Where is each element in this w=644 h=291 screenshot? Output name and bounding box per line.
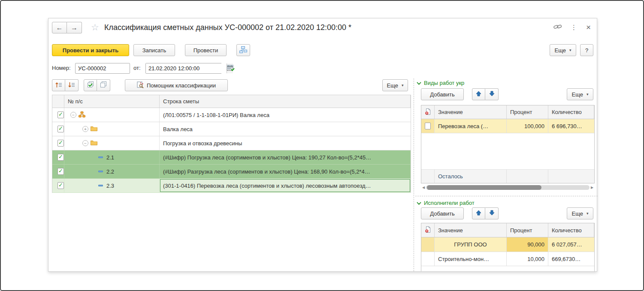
tree-more-button[interactable]: Еще▾ (382, 79, 408, 91)
work-types-header-row: Значение Процент Количество (421, 105, 594, 119)
chevron-down-icon: ▾ (587, 92, 589, 96)
quantity-cell[interactable]: 6 027,057… (548, 237, 594, 252)
expand-icon[interactable]: + (82, 126, 88, 132)
executor-row[interactable]: Строительно-мон… 10,000 669,6730… (421, 252, 594, 266)
quantity-cell[interactable]: 6 696,730… (548, 119, 594, 133)
tree-row-2-2[interactable]: ✓ 2.2 (#Шифр) Разгрузка леса (сортименто… (52, 165, 411, 179)
delete-mark-column-header[interactable] (421, 223, 435, 237)
estimate-line-cell[interactable]: (Л01:00575 / 1-1-108-1-01РИ) Валка леса (160, 108, 411, 122)
close-icon[interactable]: × (586, 24, 591, 30)
checkbox-column-header[interactable] (52, 95, 64, 108)
scroll-left-icon[interactable]: ◀ (421, 186, 426, 189)
number-field[interactable] (75, 63, 130, 74)
move-down-button[interactable] (65, 79, 79, 91)
tree-header-row: № п/с Строка сметы (52, 95, 411, 108)
tree-row-group-1[interactable]: ✓ + Валка леса (52, 122, 411, 136)
post-button[interactable]: Провести (185, 44, 227, 56)
executors-more-button[interactable]: Еще▾ (567, 207, 593, 219)
estimate-line-cell[interactable]: Валка леса (160, 122, 411, 136)
percent-column-header[interactable]: Процент (507, 105, 548, 119)
work-type-row[interactable]: Перевозка леса (… 100,000 6 696,730… (421, 119, 594, 133)
percent-cell-selected[interactable]: 90,000 (507, 237, 548, 252)
collapse-icon[interactable]: − (82, 140, 88, 146)
back-arrow-icon: ← (56, 24, 63, 32)
work-types-panel-title[interactable]: Виды работ укр (417, 80, 464, 86)
post-and-close-button[interactable]: Провести и закрыть (52, 44, 129, 56)
row-checkbox[interactable]: ✓ (57, 126, 64, 132)
tree-row-group-2[interactable]: ✓ − Погрузка и отвозка древесины (52, 136, 411, 150)
estimate-line-cell[interactable]: Погрузка и отвозка древесины (160, 136, 411, 150)
row-checkbox[interactable]: ✓ (57, 140, 64, 147)
uncheck-all-button[interactable] (97, 79, 110, 91)
quantity-column-header[interactable]: Количество (548, 223, 594, 237)
row-checkbox[interactable]: ✓ (57, 154, 64, 161)
row-checkbox[interactable]: ✓ (57, 182, 64, 189)
section-chevron-icon (417, 200, 421, 206)
num-column-header[interactable]: № п/с (64, 95, 160, 108)
history-nav: ← → (52, 22, 82, 33)
quantity-column-header[interactable]: Количество (548, 105, 594, 119)
horizontal-scrollbar[interactable]: ◀ ▶ (421, 185, 595, 190)
collapse-icon[interactable]: − (70, 112, 76, 118)
row-number: 2.1 (106, 154, 114, 161)
percent-cell[interactable]: 100,000 (507, 119, 548, 133)
row-checkbox[interactable] (425, 123, 431, 129)
vertical-splitter[interactable] (414, 78, 414, 271)
register-records-icon[interactable] (227, 65, 235, 72)
line-column-header[interactable]: Строка сметы (160, 95, 411, 108)
favorite-star-icon[interactable]: ☆ (91, 22, 99, 33)
item-dash-icon (98, 185, 103, 186)
date-field[interactable] (146, 63, 227, 73)
estimate-line-cell[interactable]: (#Шифр) Разгрузка леса (сортиментов и хл… (160, 165, 411, 178)
footer-label: Осталось (435, 170, 507, 183)
estimate-line-cell[interactable]: (#Шифр) Погрузка леса (сортиментов и хлы… (160, 150, 411, 164)
scrollbar-thumb[interactable] (427, 185, 541, 190)
table-empty-area (421, 133, 594, 169)
scroll-right-icon[interactable]: ▶ (590, 186, 595, 189)
arrow-down-icon (489, 210, 495, 217)
delete-mark-column-header[interactable] (421, 105, 435, 119)
row-down-button[interactable] (485, 207, 499, 219)
estimate-line-cell-selected[interactable]: (301-1-0416) Перевозка леса (сортиментов… (160, 179, 411, 192)
executors-panel-title[interactable]: Исполнители работ (417, 200, 475, 206)
percent-cell[interactable]: 10,000 (507, 252, 548, 266)
row-number: 2.3 (106, 183, 114, 189)
value-column-header[interactable]: Значение (435, 105, 507, 119)
arrow-up-icon (476, 91, 481, 98)
work-types-footer-row: Осталось (421, 169, 594, 183)
row-up-button[interactable] (472, 88, 485, 100)
move-up-button[interactable] (52, 79, 65, 91)
add-button[interactable]: Добавить (421, 207, 464, 219)
value-column-header[interactable]: Значение (435, 223, 507, 237)
more-menu-icon[interactable]: ⋮ (571, 24, 577, 31)
classification-wizard-button[interactable]: Помощник классификации (125, 79, 228, 91)
executor-row-current[interactable]: ГРУПП ООО 90,000 6 027,057… (421, 237, 594, 252)
quantity-cell[interactable]: 669,6730… (548, 252, 594, 266)
percent-column-header[interactable]: Процент (507, 223, 548, 237)
row-checkbox[interactable]: ✓ (57, 168, 64, 175)
help-button[interactable]: ? (580, 44, 593, 56)
page-title: Классификация сметных данных УС-000002 о… (104, 23, 351, 32)
form-more-button[interactable]: Еще▾ (550, 44, 576, 56)
delete-mark-icon (425, 108, 431, 116)
check-all-button[interactable] (84, 79, 97, 91)
value-cell[interactable]: Строительно-мон… (435, 252, 507, 266)
tree-row-2-1[interactable]: ✓ 2.1 (#Шифр) Погрузка леса (сортиментов… (52, 150, 411, 165)
forward-button[interactable]: → (67, 22, 82, 33)
tree-row-estimate[interactable]: ✓ − (Л01:00575 / 1-1-108-1-01РИ) Валка л… (52, 108, 411, 122)
horizontal-splitter[interactable] (415, 196, 598, 196)
write-button[interactable]: Записать (133, 44, 175, 56)
row-up-button[interactable] (472, 207, 485, 219)
add-button[interactable]: Добавить (421, 88, 464, 100)
link-icon[interactable] (553, 24, 562, 31)
back-button[interactable]: ← (52, 22, 67, 33)
structure-report-button[interactable] (236, 44, 250, 56)
value-cell[interactable]: ГРУПП ООО (435, 237, 507, 252)
document-form: ← → ☆ Классификация сметных данных УС-00… (48, 18, 597, 272)
work-types-more-button[interactable]: Еще▾ (567, 88, 593, 100)
row-checkbox[interactable]: ✓ (57, 111, 64, 118)
tree-row-2-3-current[interactable]: ✓ 2.3 (301-1-0416) Перевозка леса (сорти… (52, 179, 411, 193)
row-down-button[interactable] (485, 88, 499, 100)
scrollbar-track[interactable] (426, 185, 590, 190)
value-cell[interactable]: Перевозка леса (… (435, 119, 507, 133)
